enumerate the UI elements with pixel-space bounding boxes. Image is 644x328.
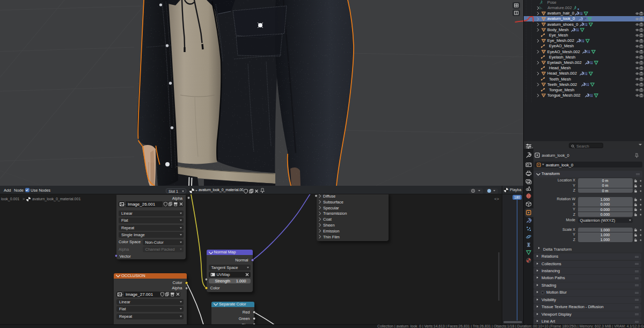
svg-text:Diffuse: Diffuse: [323, 194, 335, 199]
svg-text:Coat: Coat: [323, 217, 332, 222]
svg-text:Subsurface: Subsurface: [323, 200, 343, 205]
svg-text:Transmission: Transmission: [323, 211, 347, 216]
svg-text:Sheen: Sheen: [323, 223, 335, 228]
svg-text:Emission: Emission: [323, 229, 339, 234]
svg-text:Thin Film: Thin Film: [323, 235, 340, 239]
svg-text:Specular: Specular: [323, 206, 339, 210]
